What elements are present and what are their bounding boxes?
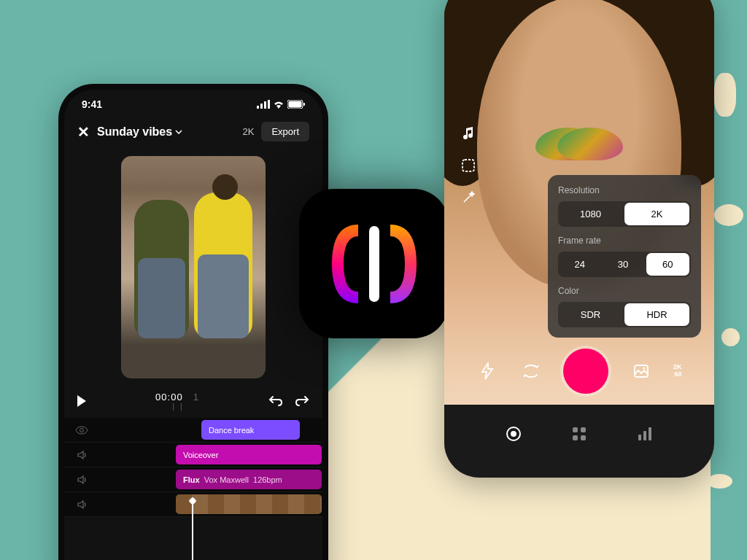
status-time: 9:41 bbox=[82, 98, 102, 110]
camera-settings-panel: Resolution 1080 2K Frame rate 24 30 60 C… bbox=[548, 175, 701, 338]
eye-icon[interactable] bbox=[64, 426, 99, 435]
svg-point-7 bbox=[80, 428, 84, 432]
wand-icon[interactable] bbox=[459, 188, 478, 207]
preview-content bbox=[134, 200, 189, 338]
speaker-icon[interactable] bbox=[64, 475, 99, 485]
preview-content bbox=[194, 192, 252, 338]
bg-decoration bbox=[707, 474, 732, 489]
resolution-badge[interactable]: 2K bbox=[243, 126, 255, 137]
clip-music[interactable]: Flux Vox Maxwell 126bpm bbox=[176, 470, 322, 489]
apps-tab[interactable] bbox=[568, 423, 590, 445]
chevron-down-icon bbox=[175, 130, 182, 134]
stats-tab[interactable] bbox=[634, 423, 656, 445]
app-logo-graphic bbox=[323, 213, 425, 315]
video-preview[interactable] bbox=[121, 156, 266, 378]
svg-rect-17 bbox=[581, 435, 586, 440]
editor-phone: 9:41 ✕ Sunday vibes 2K Export 00: bbox=[58, 84, 328, 560]
music-icon[interactable] bbox=[459, 124, 478, 143]
project-title-dropdown[interactable]: Sunday vibes bbox=[97, 125, 236, 139]
framerate-option-24[interactable]: 24 bbox=[558, 252, 601, 277]
color-option-hdr[interactable]: HDR bbox=[624, 303, 689, 326]
export-button[interactable]: Export bbox=[261, 122, 309, 141]
resolution-label: Resolution bbox=[558, 185, 691, 195]
svg-rect-16 bbox=[573, 435, 578, 440]
svg-point-13 bbox=[511, 431, 516, 437]
color-segmented: SDR HDR bbox=[558, 302, 691, 327]
svg-rect-9 bbox=[462, 160, 474, 171]
clip-label: Voiceover bbox=[183, 451, 218, 459]
clip-voiceover[interactable]: Voiceover bbox=[176, 445, 322, 464]
bg-decoration bbox=[714, 204, 743, 226]
color-label: Color bbox=[558, 286, 691, 296]
signal-icon bbox=[257, 100, 270, 109]
close-icon[interactable]: ✕ bbox=[77, 123, 90, 141]
wifi-icon bbox=[273, 100, 285, 109]
speaker-icon[interactable] bbox=[64, 450, 99, 460]
quality-fps: 60 bbox=[673, 371, 682, 378]
timecode: 00:00 1 || bbox=[99, 392, 255, 411]
status-bar: 9:41 bbox=[64, 90, 322, 113]
clip-artist: Vox Maxwell bbox=[204, 475, 249, 484]
camera-phone: Resolution 1080 2K Frame rate 24 30 60 C… bbox=[444, 0, 714, 478]
bottom-nav bbox=[444, 405, 714, 478]
clip-dance-break[interactable]: Dance break bbox=[201, 420, 300, 440]
svg-rect-3 bbox=[268, 100, 270, 109]
svg-rect-18 bbox=[638, 435, 641, 440]
clip-video-thumbs[interactable] bbox=[176, 494, 322, 514]
quality-indicator[interactable]: 2K 60 bbox=[673, 364, 682, 378]
svg-point-11 bbox=[643, 368, 645, 370]
clip-label: Dance break bbox=[209, 426, 254, 435]
camera-controls: 2K 60 bbox=[444, 349, 714, 394]
resolution-option-1080[interactable]: 1080 bbox=[558, 201, 623, 227]
framerate-option-60[interactable]: 60 bbox=[646, 253, 689, 276]
framerate-segmented: 24 30 60 bbox=[558, 252, 691, 277]
framerate-label: Frame rate bbox=[558, 236, 691, 246]
color-option-sdr[interactable]: SDR bbox=[558, 302, 623, 327]
framerate-option-30[interactable]: 30 bbox=[601, 252, 644, 277]
svg-rect-0 bbox=[257, 106, 259, 109]
side-toolbar bbox=[459, 124, 478, 207]
gallery-icon[interactable] bbox=[630, 360, 652, 382]
svg-rect-2 bbox=[264, 101, 266, 109]
svg-rect-1 bbox=[260, 104, 263, 109]
app-icon bbox=[299, 189, 449, 338]
svg-rect-8 bbox=[369, 226, 379, 302]
playhead[interactable] bbox=[192, 501, 193, 560]
svg-rect-5 bbox=[289, 101, 302, 108]
svg-rect-6 bbox=[303, 103, 305, 106]
record-tab[interactable] bbox=[503, 423, 525, 445]
timecode-main: 00:00 bbox=[155, 392, 183, 402]
speaker-icon[interactable] bbox=[64, 499, 99, 510]
svg-rect-19 bbox=[643, 431, 646, 440]
redo-button[interactable] bbox=[295, 395, 309, 407]
track-visibility: Dance break bbox=[64, 418, 322, 443]
track-audio-2: Flux Vox Maxwell 126bpm bbox=[64, 467, 322, 492]
clip-bpm: 126bpm bbox=[253, 475, 282, 484]
flash-icon[interactable] bbox=[476, 360, 498, 382]
project-title-text: Sunday vibes bbox=[97, 125, 172, 139]
grid-icon[interactable] bbox=[459, 156, 478, 175]
svg-rect-10 bbox=[635, 365, 648, 377]
flip-camera-icon[interactable] bbox=[520, 360, 542, 382]
record-button[interactable] bbox=[563, 349, 608, 394]
resolution-option-2k[interactable]: 2K bbox=[624, 203, 689, 225]
track-audio-1: Voiceover bbox=[64, 443, 322, 467]
bg-decoration bbox=[721, 328, 740, 346]
bg-decoration bbox=[714, 73, 736, 117]
play-button[interactable] bbox=[77, 395, 86, 407]
svg-rect-14 bbox=[573, 427, 578, 432]
svg-rect-15 bbox=[581, 427, 586, 432]
track-video bbox=[64, 492, 322, 517]
resolution-segmented: 1080 2K bbox=[558, 201, 691, 227]
svg-rect-20 bbox=[649, 427, 651, 440]
undo-button[interactable] bbox=[268, 395, 283, 407]
battery-icon bbox=[287, 100, 305, 109]
clip-track-name: Flux bbox=[183, 475, 200, 484]
timecode-frame: 1 bbox=[193, 392, 199, 402]
